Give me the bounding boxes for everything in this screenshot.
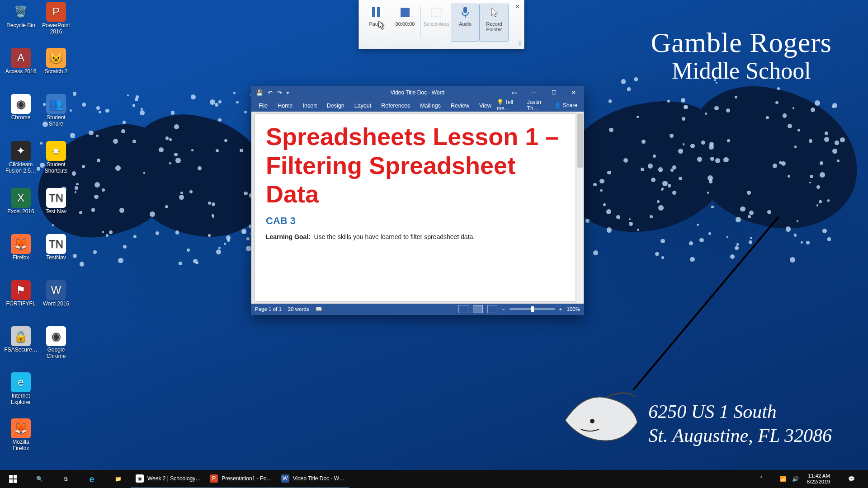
- recorder-audio-button[interactable]: Audio: [451, 4, 480, 42]
- status-proofing-icon[interactable]: 📖: [316, 306, 322, 312]
- svg-point-0: [590, 419, 594, 423]
- tray-volume-icon[interactable]: 🔊: [792, 476, 799, 482]
- taskbar-file-explorer-icon[interactable]: 📁: [105, 470, 131, 488]
- desktop-icon-scratch-2[interactable]: 😺Scratch 2: [39, 48, 73, 75]
- word-window[interactable]: 💾 ↶ ↷ ▾ Video Title Doc - Word ▭ — ☐ ✕ F…: [251, 86, 584, 315]
- desktop-icon-student-shortcuts[interactable]: ★Student Shortcuts: [39, 141, 73, 174]
- ribbon-tab-home[interactable]: Home: [273, 100, 297, 112]
- status-page[interactable]: Page 1 of 1: [255, 306, 282, 312]
- ribbon-tab-insert[interactable]: Insert: [298, 100, 321, 112]
- desktop-icon-fsasecure[interactable]: 🔒FSASecure…: [4, 326, 38, 353]
- taskbar-item-word[interactable]: WVideo Title Doc - W…: [277, 469, 349, 488]
- desktop-icon-test-nav-pearson[interactable]: TNTest Nav: [39, 188, 73, 215]
- desktop-icon-student-share[interactable]: 👥Student Share: [39, 94, 73, 127]
- action-center-button[interactable]: 💬: [838, 470, 864, 488]
- ribbon-tab-mailings[interactable]: Mailings: [415, 100, 445, 112]
- document-paragraph[interactable]: Learning Goal: Use the skills you have l…: [266, 233, 565, 240]
- desktop-icon-chrome[interactable]: ◉Chrome: [4, 94, 38, 121]
- desktop-icon-recycle-bin[interactable]: 🗑️Recycle Bin: [4, 2, 38, 29]
- fortifyfl-icon: ⚑: [11, 280, 31, 300]
- svg-rect-1: [372, 7, 375, 17]
- document-heading[interactable]: Spreadsheets Lesson 1 – Filtering Spread…: [266, 122, 565, 209]
- ribbon-tab-review[interactable]: Review: [446, 100, 474, 112]
- tray-show-hidden-icon[interactable]: ˄: [748, 470, 774, 488]
- vertical-scrollbar[interactable]: [576, 112, 584, 304]
- recorder-record-pointer-button[interactable]: Record Pointer: [480, 4, 509, 42]
- tell-me-search[interactable]: 💡 Tell me…: [497, 99, 523, 112]
- desktop-icon-mozilla-firefox[interactable]: 🦊Mozilla Firefox: [4, 418, 38, 452]
- desktop-icon-firefox[interactable]: 🦊Firefox: [4, 234, 38, 261]
- ribbon-tab-design[interactable]: Design: [322, 100, 349, 112]
- zoom-slider-knob[interactable]: [531, 306, 534, 312]
- ribbon-tab-file[interactable]: File: [254, 100, 272, 112]
- word-status-bar: Page 1 of 1 20 words 📖 − + 100%: [251, 304, 584, 314]
- desktop-icon-word-2016[interactable]: WWord 2016: [39, 280, 73, 307]
- read-mode-button[interactable]: [458, 305, 468, 313]
- taskbar-item-powerpoint[interactable]: PPresentation1 - Po…: [205, 469, 276, 488]
- ribbon-display-options-icon[interactable]: ▭: [504, 86, 524, 99]
- print-layout-button[interactable]: [473, 305, 483, 313]
- taskbar-item-chrome[interactable]: ◉Week 2 | Schoology…: [131, 469, 205, 488]
- clickteam-fusion-icon: ✦: [11, 141, 31, 161]
- ribbon-tab-layout[interactable]: Layout: [350, 100, 376, 112]
- taskbar-clock[interactable]: 11:42 AM 8/22/2019: [804, 473, 833, 485]
- recorder-stop-button[interactable]: 00:00:00: [391, 4, 420, 42]
- zoom-in-button[interactable]: +: [559, 306, 562, 312]
- desktop[interactable]: Gamble Rogers Middle School 6250 US 1 So…: [0, 0, 868, 488]
- tray-network-icon[interactable]: 📶: [780, 476, 787, 482]
- desktop-icon-google-chrome[interactable]: ◉Google Chrome: [39, 326, 73, 360]
- recorder-close-button[interactable]: ✕: [513, 3, 521, 11]
- recorder-audio-label: Audio: [459, 21, 472, 27]
- minimize-button[interactable]: —: [524, 86, 544, 99]
- desktop-icon-internet-explorer[interactable]: eInternet Explorer: [4, 372, 38, 406]
- screen-recorder-toolbar[interactable]: Pause 00:00:00 Select Area Audio Record …: [359, 0, 524, 49]
- web-layout-button[interactable]: [487, 305, 497, 313]
- desktop-icon-label: TestNav: [39, 255, 73, 261]
- close-button[interactable]: ✕: [564, 86, 584, 99]
- scrollbar-thumb[interactable]: [577, 113, 583, 168]
- task-view-button[interactable]: ⧉: [52, 470, 79, 488]
- status-word-count[interactable]: 20 words: [288, 306, 309, 312]
- clock-date: 8/22/2019: [807, 479, 830, 485]
- desktop-icon-fortifyfl[interactable]: ⚑FORTIFYFL: [4, 280, 38, 307]
- maximize-button[interactable]: ☐: [544, 86, 564, 99]
- desktop-icon-testnav[interactable]: TNTestNav: [39, 234, 73, 261]
- recorder-timer: 00:00:00: [396, 21, 415, 27]
- taskbar[interactable]: 🔍 ⧉ e 📁 ◉Week 2 | Schoology…PPresentatio…: [0, 470, 868, 488]
- ribbon-tab-view[interactable]: View: [475, 100, 496, 112]
- share-button[interactable]: 👤Share: [554, 102, 577, 108]
- word-titlebar[interactable]: 💾 ↶ ↷ ▾ Video Title Doc - Word ▭ — ☐ ✕: [251, 86, 584, 99]
- ribbon-tab-references[interactable]: References: [377, 100, 415, 112]
- desktop-icon-label: Access 2016: [4, 69, 38, 75]
- search-button[interactable]: 🔍: [26, 470, 52, 488]
- desktop-icon-access-2016[interactable]: AAccess 2016: [4, 48, 38, 75]
- firefox-icon: 🦊: [11, 234, 31, 254]
- zoom-level[interactable]: 100%: [567, 306, 580, 312]
- qat-undo-icon[interactable]: ↶: [268, 89, 273, 96]
- document-page[interactable]: Spreadsheets Lesson 1 – Filtering Spread…: [255, 114, 576, 301]
- signed-in-user[interactable]: Justin Th…: [527, 99, 550, 112]
- qat-redo-icon[interactable]: ↷: [277, 89, 282, 96]
- qat-save-icon[interactable]: 💾: [256, 89, 263, 96]
- start-button[interactable]: [0, 470, 26, 488]
- desktop-icon-powerpoint-2016[interactable]: PPowerPoint 2016: [39, 2, 73, 35]
- tell-me-placeholder: Tell me…: [497, 99, 513, 112]
- desktop-icon-clickteam-fusion[interactable]: ✦Clickteam Fusion 2.5…: [4, 141, 38, 174]
- ribbon-tabs: FileHomeInsertDesignLayoutReferencesMail…: [251, 99, 584, 112]
- wallpaper-school-name: Gamble Rogers Middle School: [651, 27, 832, 84]
- desktop-icon-label: Student Share: [39, 115, 73, 127]
- word-2016-icon: W: [46, 280, 66, 300]
- document-area[interactable]: Spreadsheets Lesson 1 – Filtering Spread…: [251, 112, 584, 304]
- chrome-icon: ◉: [136, 474, 144, 483]
- desktop-icon-excel-2016[interactable]: XExcel 2016: [4, 188, 38, 215]
- recorder-pause-button[interactable]: Pause: [362, 4, 391, 42]
- document-subheading[interactable]: CAB 3: [266, 215, 565, 227]
- desktop-icon-label: Mozilla Firefox: [4, 439, 38, 452]
- recorder-resize-grip[interactable]: ⠿: [518, 41, 521, 47]
- zoom-slider[interactable]: [509, 308, 555, 310]
- taskbar-edge-icon[interactable]: e: [79, 470, 105, 488]
- internet-explorer-icon: e: [11, 372, 31, 392]
- zoom-out-button[interactable]: −: [502, 306, 505, 312]
- qat-customize-icon[interactable]: ▾: [287, 90, 289, 95]
- student-share-icon: 👥: [46, 94, 66, 114]
